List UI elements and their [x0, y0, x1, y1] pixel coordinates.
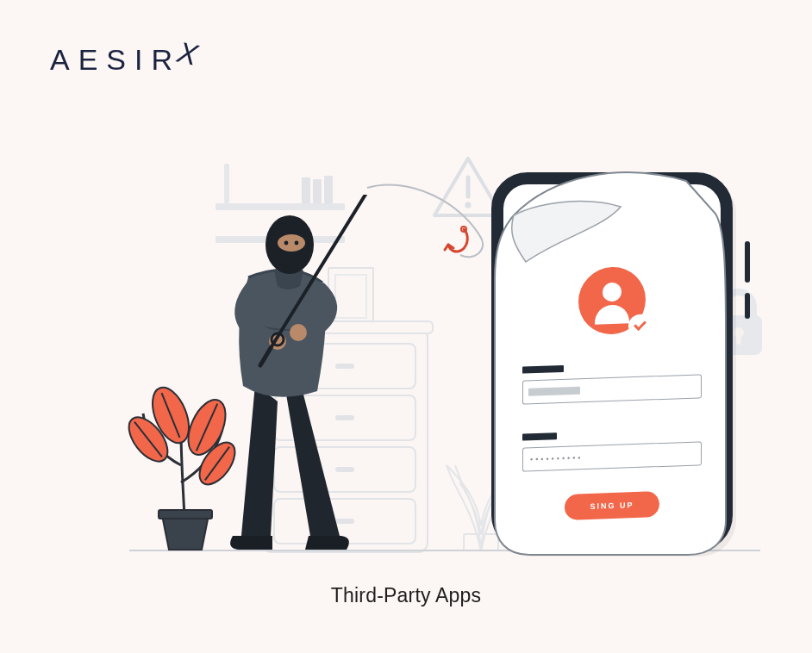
svg-point-19: [295, 241, 299, 246]
username-input[interactable]: [522, 374, 702, 404]
username-label: [522, 365, 564, 374]
check-icon: [630, 315, 649, 335]
brand-logo-suffix: X: [174, 35, 209, 74]
svg-point-21: [290, 324, 307, 341]
phone-illustration: •••••••••• SING UP: [491, 172, 733, 551]
password-input[interactable]: ••••••••••: [522, 441, 702, 471]
login-form: •••••••••• SING UP: [522, 264, 702, 528]
fish-hook-icon: [438, 224, 476, 262]
illustration-card: AESIRX: [0, 0, 812, 653]
phone-side-button: [745, 241, 750, 283]
caption-text: Third-Party Apps: [0, 584, 812, 607]
signup-button-label: SING UP: [590, 501, 634, 511]
svg-point-18: [284, 241, 289, 246]
svg-point-2: [465, 202, 472, 208]
svg-rect-5: [736, 334, 741, 345]
user-avatar-icon: [578, 266, 646, 336]
signup-button[interactable]: SING UP: [565, 491, 659, 520]
phone-side-button: [745, 293, 750, 319]
svg-point-17: [278, 234, 305, 252]
password-dots: ••••••••••: [530, 453, 584, 463]
phone-notch: [565, 184, 659, 203]
thief-illustration: [181, 195, 405, 551]
brand-logo: AESIRX: [50, 43, 206, 77]
brand-logo-text: AESIR: [50, 43, 181, 77]
password-label: [522, 432, 557, 440]
